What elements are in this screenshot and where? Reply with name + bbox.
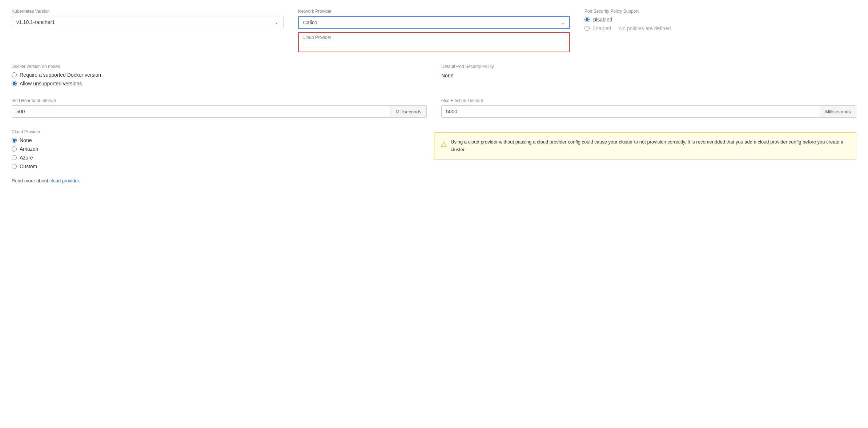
cloud-provider-warning: △ Using a cloud provider without passing… (434, 132, 856, 160)
etcd-election-field: etcd Election Timeout Milliseconds (441, 98, 856, 118)
docker-version-radio-group: Require a supported Docker version Allow… (12, 72, 427, 86)
kubernetes-version-select[interactable]: v1.10.1-rancher1 (16, 19, 279, 25)
cloud-provider-amazon-radio[interactable] (12, 146, 17, 152)
etcd-election-unit: Milliseconds (820, 106, 856, 117)
pod-security-radio-group: Disabled Enabled — No policies are defin… (584, 17, 856, 31)
docker-version-label: Docker version on nodes (12, 64, 427, 69)
pod-security-policy-field: Pod Security Policy Support Disabled Ena… (584, 9, 856, 52)
kubernetes-version-select-wrapper[interactable]: v1.10.1-rancher1 ⌄ (12, 16, 284, 28)
etcd-heartbeat-label: etcd Heartbeat Interval (12, 98, 427, 103)
warning-triangle-icon: △ (441, 139, 446, 148)
docker-allow-radio[interactable] (12, 81, 17, 86)
cloud-provider-custom-option[interactable]: Custom (12, 163, 419, 169)
default-pod-security-value: None (441, 73, 856, 78)
etcd-election-input-wrapper: Milliseconds (441, 105, 856, 118)
cloud-provider-section-label: Cloud Provider (12, 129, 419, 134)
etcd-election-label: etcd Election Timeout (441, 98, 856, 103)
docker-allow-label: Allow unsupported versions (20, 81, 82, 86)
cloud-provider-azure-radio[interactable] (12, 155, 17, 160)
docker-allow-option[interactable]: Allow unsupported versions (12, 81, 427, 86)
docker-require-option[interactable]: Require a supported Docker version (12, 72, 427, 78)
cloud-provider-none-radio[interactable] (12, 138, 17, 143)
docker-require-label: Require a supported Docker version (20, 72, 101, 78)
pod-security-disabled-option[interactable]: Disabled (584, 17, 856, 23)
pod-security-enabled-label: Enabled — No policies are defined (592, 25, 671, 31)
cloud-provider-azure-label: Azure (20, 155, 33, 161)
pod-security-enabled-option[interactable]: Enabled — No policies are defined (584, 25, 856, 31)
cloud-provider-amazon-label: Amazon (20, 146, 38, 152)
network-provider-label: Network Provider (298, 9, 570, 14)
cloud-provider-inline-wrapper: Cloud Provider (298, 32, 570, 52)
pod-security-enabled-radio[interactable] (584, 26, 590, 31)
network-provider-select[interactable]: Calico (303, 20, 565, 25)
pod-security-policy-label: Pod Security Policy Support (584, 9, 856, 14)
read-more-section: Read more about cloud provider. (12, 178, 856, 183)
pod-security-disabled-radio[interactable] (584, 17, 590, 22)
pod-security-disabled-label: Disabled (592, 17, 612, 23)
docker-version-field: Docker version on nodes Require a suppor… (12, 64, 427, 86)
network-provider-field: Network Provider Calico ⌄ Cloud Provider (298, 9, 570, 52)
cloud-provider-azure-option[interactable]: Azure (12, 155, 419, 161)
cloud-provider-none-label: None (20, 137, 32, 143)
cloud-provider-radio-group: None Amazon Azure Custom (12, 137, 419, 169)
default-pod-security-field: Default Pod Security Policy None (441, 64, 856, 86)
network-provider-select-wrapper[interactable]: Calico ⌄ (298, 16, 570, 29)
default-pod-security-label: Default Pod Security Policy (441, 64, 856, 69)
read-more-prefix: Read more about (12, 178, 49, 183)
etcd-election-input[interactable] (442, 106, 820, 117)
etcd-heartbeat-unit: Milliseconds (390, 106, 426, 117)
cloud-provider-inline-label: Cloud Provider (299, 33, 569, 41)
cloud-provider-custom-label: Custom (20, 163, 37, 169)
cloud-provider-custom-radio[interactable] (12, 164, 17, 169)
etcd-heartbeat-input[interactable] (12, 106, 390, 117)
kubernetes-version-field: Kubernetes Version v1.10.1-rancher1 ⌄ (12, 9, 284, 52)
read-more-suffix: . (79, 178, 80, 183)
cloud-provider-link[interactable]: cloud provider (49, 178, 79, 183)
cloud-provider-inline-input[interactable] (299, 41, 569, 52)
docker-require-radio[interactable] (12, 72, 17, 77)
kubernetes-version-label: Kubernetes Version (12, 9, 284, 14)
etcd-heartbeat-field: etcd Heartbeat Interval Milliseconds (12, 98, 427, 118)
cloud-provider-amazon-option[interactable]: Amazon (12, 146, 419, 152)
cloud-provider-section: Cloud Provider None Amazon Azure Custom (12, 129, 419, 169)
cloud-provider-none-option[interactable]: None (12, 137, 419, 143)
etcd-heartbeat-input-wrapper: Milliseconds (12, 105, 427, 118)
warning-text: Using a cloud provider without passing a… (451, 138, 849, 154)
